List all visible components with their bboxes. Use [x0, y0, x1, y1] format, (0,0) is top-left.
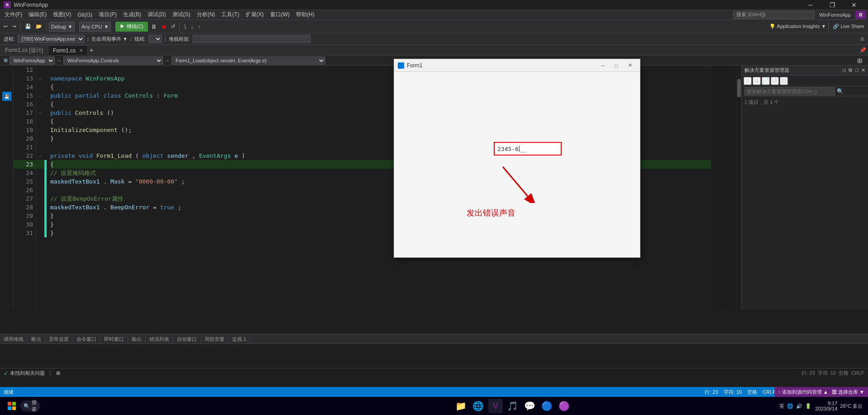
panel-settings-btn[interactable]: ⚙ [848, 67, 853, 73]
menu-test[interactable]: 测试(S) [170, 10, 193, 19]
namespace-dropdown[interactable]: WinFormsApp [10, 57, 55, 65]
tab-breakpoints[interactable]: 断点 [28, 335, 45, 344]
tab-command-window[interactable]: 命令窗口 [73, 335, 100, 344]
tab-locals[interactable]: 局部变量 [201, 335, 229, 344]
search-taskbar-icon: 🔍 [24, 403, 30, 409]
step-out-btn[interactable]: ↑ [196, 22, 202, 32]
tab-auto-window[interactable]: 自动窗口 [173, 335, 201, 344]
run-btn[interactable]: ▶ 继续(C) [115, 22, 148, 32]
start-btn[interactable] [4, 398, 20, 414]
bottom-content [0, 344, 868, 388]
toolbar-refresh-btn[interactable]: ↺ [771, 77, 779, 85]
form-close-btn[interactable]: ✕ [624, 61, 636, 70]
masked-placeholder: __ [520, 146, 527, 152]
tab-watch-1[interactable]: 监视 1 [229, 335, 250, 344]
process-dropdown[interactable]: [780] WinFormsApp.exe [18, 35, 85, 43]
menu-tools[interactable]: 工具(T) [219, 10, 242, 19]
taskbar-edge[interactable]: 🌐 [471, 399, 486, 413]
debug-pause-btn[interactable]: ⏸ [149, 22, 159, 32]
live-share-btn[interactable]: 🔗 Live Share [831, 22, 866, 32]
toolbar-collapse-btn[interactable]: ⊟ [780, 77, 788, 85]
taskbar-app2[interactable]: 💬 [523, 399, 537, 413]
save-icon[interactable]: 💾 [2, 92, 11, 101]
debug-stop-btn[interactable]: ⏹ [160, 22, 168, 32]
minimize-btn[interactable]: ─ [800, 0, 821, 10]
split-editor-btn[interactable]: ⊞ [855, 57, 864, 64]
open-btn[interactable]: 📂 [34, 22, 44, 32]
redo-btn[interactable]: ↪ [10, 22, 18, 32]
tab-form1-cs[interactable]: Form1.cs ✕ [48, 45, 88, 55]
system-tray: 英 🌐 🔊 🔋 [779, 403, 811, 410]
class-dropdown[interactable]: WinFormsApp.Controls [63, 57, 163, 65]
menu-file[interactable]: 文件(F) [2, 10, 25, 19]
taskbar-file-explorer[interactable]: 📁 [454, 399, 468, 413]
pin-btn[interactable]: 📌 [857, 45, 868, 55]
tab-call-stack[interactable]: 调用堆栈 [0, 335, 28, 344]
panel-float-btn[interactable]: □ [855, 67, 858, 73]
menu-window[interactable]: 窗口(W) [267, 10, 292, 19]
close-btn[interactable]: ✕ [844, 0, 864, 10]
form-title-bar: Form1 ─ □ ✕ [394, 59, 640, 72]
menu-build[interactable]: 生成(B) [120, 10, 144, 19]
debug-restart-btn[interactable]: ↺ [169, 22, 177, 32]
taskbar-app4[interactable]: 🟣 [557, 399, 572, 413]
toolbar-sync-btn[interactable]: ↕ [744, 77, 752, 85]
tab-output[interactable]: 输出 [128, 335, 146, 344]
location-label: ⊞ [860, 36, 864, 42]
tab-immediate[interactable]: 即时窗口 [100, 335, 128, 344]
menu-analyze[interactable]: 分析(N) [194, 10, 218, 19]
tab-icon: ✕ [79, 48, 83, 53]
restore-btn[interactable]: ❐ [822, 0, 843, 10]
step-into-btn[interactable]: ↓ [189, 22, 196, 32]
vs-logo-icon: R [4, 1, 11, 9]
panel-hide-btn[interactable]: ◁ [842, 67, 845, 73]
form-restore-btn[interactable]: □ [610, 61, 623, 70]
line-num-23: 23 [14, 160, 36, 169]
menu-debug[interactable]: 调试(D) [145, 10, 169, 19]
line-num-15: 15 [14, 91, 36, 100]
search-taskbar-btn[interactable]: 🔍 搜索 [22, 398, 38, 414]
form-minimize-btn[interactable]: ─ [596, 61, 609, 70]
battery-icon: 🔋 [805, 403, 811, 409]
info-bar-right-text: 行: 23 字符: 10 空格 CRLF [801, 370, 864, 377]
tab-form1-cs-design[interactable]: Form1.cs [设计] [0, 45, 48, 55]
taskbar-app1[interactable]: 🎵 [506, 399, 520, 413]
add-tab-btn[interactable]: + [88, 45, 95, 55]
svg-rect-5 [12, 406, 16, 410]
tab-error-list[interactable]: 错误列表 [146, 335, 173, 344]
panel-close-btn[interactable]: ✕ [861, 67, 865, 73]
undo-btn[interactable]: ↩ [2, 22, 10, 32]
menu-help[interactable]: 帮助(H) [293, 10, 317, 19]
search-bar[interactable]: 搜索 (Ctrl+Q) [733, 11, 815, 19]
method-dropdown[interactable]: Form1_Load(object sender, EventArgs e) [172, 57, 325, 65]
solution-search-input[interactable] [744, 87, 835, 95]
toolbar-show-files-btn[interactable]: 📄 [762, 77, 770, 85]
tab-label-design: Form1.cs [设计] [5, 47, 43, 54]
taskbar-vs-icon[interactable]: V [488, 399, 503, 413]
debug-mode-dropdown[interactable]: Debug ▼ [49, 22, 75, 32]
account-icon[interactable]: R [855, 11, 866, 19]
menu-edit[interactable]: 编辑(E) [26, 10, 49, 19]
toolbar-properties-btn[interactable]: ≡ [753, 77, 761, 85]
step-over-btn[interactable]: ⤵ [182, 22, 188, 32]
select-repo-btn[interactable]: ☰ 选择合库 ▼ [832, 389, 864, 396]
filter-area[interactable]: ⊞ [56, 370, 60, 376]
cpu-dropdown[interactable]: Any CPU ▼ [79, 22, 111, 32]
menu-project[interactable]: 项目(P) [96, 10, 119, 19]
menu-view[interactable]: 视图(V) [50, 10, 74, 19]
tab-exception-settings[interactable]: 异常设置 [45, 335, 73, 344]
save-btn[interactable]: 💾 [23, 22, 33, 32]
debug-bar: 进程: [780] WinFormsApp.exe | 生命周期事件 ▼ | 线… [0, 33, 868, 45]
line-num-28: 28 [14, 203, 36, 212]
scroll-thumb[interactable] [737, 79, 741, 97]
menu-extensions[interactable]: 扩展(X) [243, 10, 267, 19]
taskbar-app3[interactable]: 🔵 [540, 399, 554, 413]
vertical-scrollbar[interactable] [736, 66, 741, 310]
masked-textbox[interactable]: 2345-6 __ [494, 142, 562, 156]
form-title-text: Form1 [407, 62, 423, 69]
thread-dropdown[interactable] [148, 35, 162, 43]
add-to-source-btn[interactable]: ↑ 添加到源代码管理 ▲ [778, 389, 829, 396]
menu-git[interactable]: Git(G) [75, 11, 95, 19]
weather-widget: 26°C 多云 [840, 403, 863, 410]
stackframe-dropdown[interactable] [193, 35, 310, 43]
